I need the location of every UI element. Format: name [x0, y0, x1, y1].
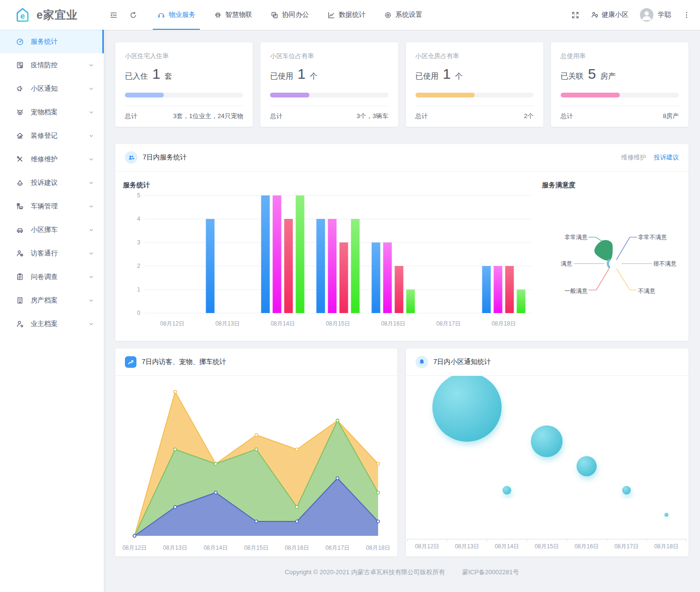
visits-section-title: 7日内访客、宠物、挪车统计: [142, 358, 226, 366]
stat-card-1: 小区住宅入住率已入住1套总计3套，1位业主，24只宠物: [115, 42, 253, 127]
sidebar-item-10[interactable]: 访客通行: [0, 242, 104, 265]
fullscreen-icon[interactable]: [571, 11, 579, 19]
stat-card-title: 小区住宅入住率: [125, 52, 243, 60]
svg-text:08月13日: 08月13日: [163, 544, 187, 551]
chevron-down-icon: [88, 204, 94, 209]
stat-card-number: 5: [588, 66, 596, 82]
stat-card-title: 小区车位占有率: [270, 52, 388, 60]
sidebar-collapse-icon[interactable]: [104, 0, 123, 30]
sidebar-item-label: 问卷调查: [31, 273, 58, 281]
stat-card-title: 总使用率: [561, 52, 679, 60]
visitor-icon: [16, 249, 24, 257]
svg-text:08月13日: 08月13日: [455, 543, 479, 550]
chevron-down-icon: [88, 180, 94, 186]
chevron-down-icon: [88, 157, 94, 162]
community-selector[interactable]: 健康小区: [591, 11, 628, 19]
sidebar-item-6[interactable]: 维修维护: [0, 147, 104, 171]
service-bar-chart: 01234508月12日08月13日08月14日08月15日08月16日08月1…: [123, 191, 536, 336]
chevron-down-icon: [88, 274, 94, 280]
refresh-icon[interactable]: [123, 0, 143, 30]
sidebar-item-9[interactable]: 小区挪车: [0, 218, 104, 242]
svg-text:08月15日: 08月15日: [535, 543, 559, 550]
complaint-icon: [16, 179, 24, 187]
nav-tab-3[interactable]: 协同办公: [261, 0, 318, 30]
nav-tab-1[interactable]: 物业服务: [148, 0, 205, 30]
copyright-text: Copyright © 2020-2021 内蒙古卓瓦科技有限公司版权所有: [285, 568, 445, 576]
chevron-down-icon: [88, 86, 94, 92]
sidebar-item-7[interactable]: 投诉建议: [0, 171, 104, 194]
svg-text:e: e: [20, 12, 25, 21]
stat-card-3: 小区仓房占有率已使用1个总计2个: [406, 42, 543, 127]
svg-text:08月15日: 08月15日: [244, 544, 269, 551]
brand-house-icon: e: [13, 6, 32, 24]
community-name: 健康小区: [602, 11, 628, 19]
gear-icon: [384, 11, 392, 19]
chevron-down-icon: [88, 133, 94, 139]
stat-cards-row: 小区住宅入住率已入住1套总计3套，1位业主，24只宠物小区车位占有率已使用1个总…: [115, 42, 688, 127]
sidebar-item-label: 服务统计: [31, 37, 58, 46]
svg-text:08月15日: 08月15日: [326, 320, 350, 327]
svg-text:08月17日: 08月17日: [614, 543, 639, 550]
chevron-down-icon: [88, 109, 94, 115]
stats-icon: [327, 11, 335, 19]
nav-tab-2[interactable]: 智慧物联: [205, 0, 261, 30]
stat-card-value: 已使用1个: [270, 66, 388, 82]
svg-text:08月12日: 08月12日: [160, 320, 184, 327]
sidebar-item-label: 疫情防控: [31, 61, 58, 70]
top-navbar: e e家宜业 物业服务智慧物联协同办公数据统计系统设置: [0, 0, 700, 30]
bell-icon: [416, 356, 428, 368]
sidebar-item-label: 小区挪车: [31, 226, 58, 234]
sidebar-item-label: 装修登记: [31, 132, 58, 140]
chevron-down-icon: [88, 251, 94, 256]
chart-toggle-2[interactable]: 投诉建议: [654, 153, 679, 162]
sidebar-item-label: 业主档案: [31, 320, 58, 328]
epidemic-icon: [16, 61, 24, 69]
stat-card-number: 1: [297, 66, 306, 82]
megaphone-icon: [16, 85, 24, 93]
footer: Copyright © 2020-2021 内蒙古卓瓦科技有限公司版权所有 蒙I…: [115, 568, 688, 577]
svg-text:08月14日: 08月14日: [204, 544, 228, 551]
stat-card-2: 小区车位占有率已使用1个总计3个，3辆车: [260, 42, 398, 127]
svg-text:一般满意: 一般满意: [565, 288, 588, 294]
iot-icon: [214, 11, 222, 19]
svg-text:1: 1: [137, 286, 140, 293]
pet-icon: [16, 108, 24, 116]
sidebar-item-13[interactable]: 业主档案: [0, 312, 104, 336]
sidebar-item-8[interactable]: 车辆管理: [0, 194, 104, 218]
svg-text:2: 2: [137, 263, 140, 269]
sidebar-item-2[interactable]: 疫情防控: [0, 53, 104, 77]
username: 学聪: [658, 11, 671, 19]
svg-text:08月17日: 08月17日: [436, 320, 461, 327]
visits-area-chart: 08月12日08月13日08月14日08月15日08月16日08月17日08月1…: [115, 376, 397, 556]
trend-chart-icon: [125, 356, 136, 368]
sidebar: 服务统计疫情防控小区通知宠物档案装修登记维修维护投诉建议车辆管理小区挪车访客通行…: [0, 30, 104, 592]
sidebar-item-12[interactable]: 房产档案: [0, 289, 104, 312]
sidebar-item-3[interactable]: 小区通知: [0, 77, 104, 100]
office-icon: [270, 11, 279, 19]
sidebar-item-5[interactable]: 装修登记: [0, 124, 104, 147]
sidebar-item-label: 小区通知: [31, 85, 58, 93]
total-value: 8房产: [663, 112, 679, 121]
user-menu[interactable]: 学聪: [640, 8, 671, 22]
notice-card: 7日内小区通知统计 08月12日08月13日08月14日08月15日08月16日…: [406, 349, 688, 556]
nav-tab-label: 协同办公: [282, 11, 309, 19]
chevron-down-icon: [88, 227, 94, 233]
nav-tab-label: 物业服务: [169, 11, 196, 19]
nav-tab-4[interactable]: 数据统计: [318, 0, 375, 30]
renovation-icon: [16, 132, 24, 140]
sidebar-item-1[interactable]: 服务统计: [0, 30, 104, 53]
chart-toggle-1[interactable]: 维修维护: [621, 153, 646, 162]
sidebar-item-4[interactable]: 宠物档案: [0, 100, 104, 124]
svg-text:08月16日: 08月16日: [575, 543, 599, 550]
sidebar-item-11[interactable]: 问卷调查: [0, 265, 104, 289]
svg-text:08月16日: 08月16日: [381, 320, 405, 327]
sidebar-item-label: 维修维护: [31, 155, 58, 164]
nav-tab-5[interactable]: 系统设置: [375, 0, 431, 30]
stat-card-number: 1: [152, 66, 160, 82]
icp-text: 蒙ICP备20002281号: [462, 568, 519, 576]
brand-logo[interactable]: e e家宜业: [0, 0, 104, 30]
more-menu-icon[interactable]: [683, 11, 690, 19]
progress-bar: [416, 93, 534, 97]
main-nav-tabs: 物业服务智慧物联协同办公数据统计系统设置: [148, 0, 431, 30]
service-section-title: 7日内服务统计: [143, 153, 187, 162]
